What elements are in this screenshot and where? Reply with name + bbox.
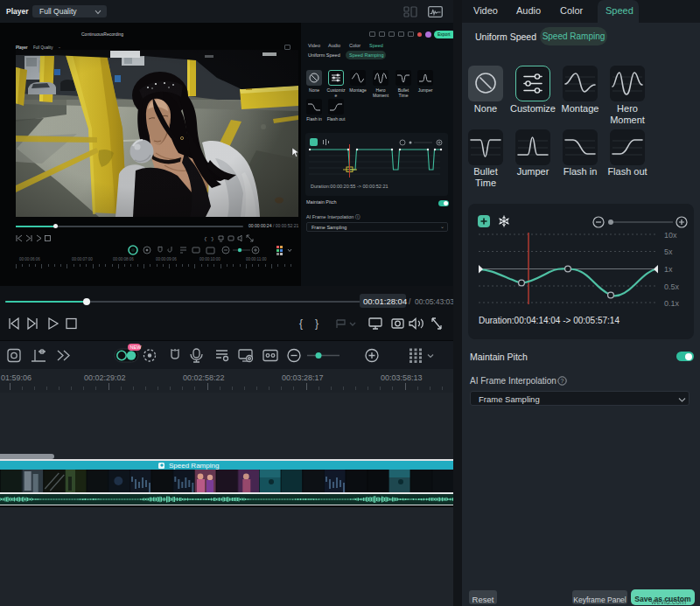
svg-text:10x: 10x (664, 231, 677, 240)
svg-text:}: } (211, 236, 214, 242)
svg-text:}: } (315, 317, 318, 330)
svg-text:1x: 1x (664, 265, 673, 274)
svg-text:NEW: NEW (130, 345, 143, 350)
svg-text:{: { (204, 236, 207, 242)
svg-text:{: { (299, 317, 303, 330)
svg-text:5x: 5x (664, 247, 673, 256)
svg-text:0.1x: 0.1x (664, 299, 680, 308)
svg-text:?: ? (561, 378, 564, 384)
svg-text:0.5x: 0.5x (664, 282, 680, 291)
